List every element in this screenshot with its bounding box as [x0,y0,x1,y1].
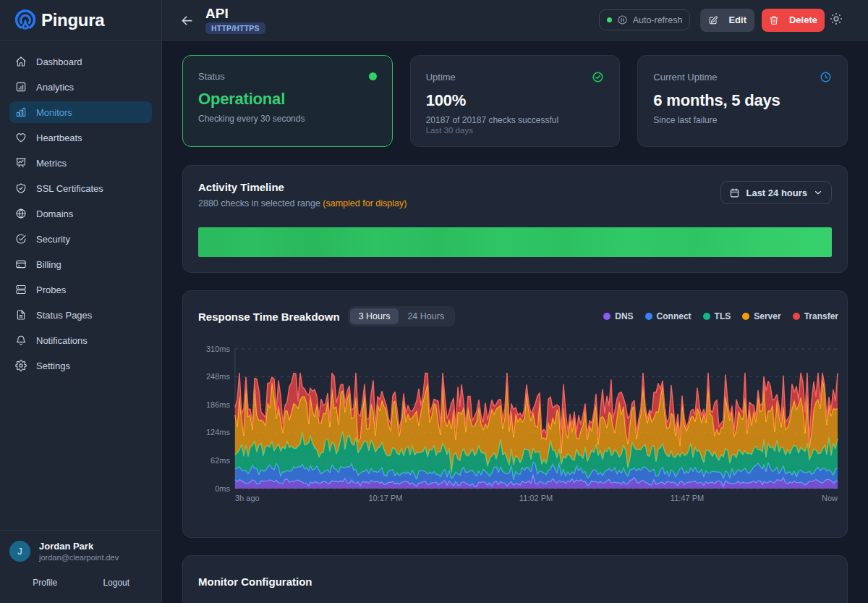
svg-text:Now: Now [822,494,838,502]
svg-text:11:47 PM: 11:47 PM [671,494,704,502]
svg-text:11:02 PM: 11:02 PM [519,494,553,502]
svg-text:0ms: 0ms [215,484,230,493]
svg-text:186ms: 186ms [206,400,231,409]
svg-text:10:17 PM: 10:17 PM [368,494,402,502]
svg-text:248ms: 248ms [206,372,231,381]
svg-text:3h ago: 3h ago [235,494,260,502]
svg-text:62ms: 62ms [210,456,230,465]
svg-text:124ms: 124ms [206,428,231,437]
svg-text:310ms: 310ms [206,345,231,353]
